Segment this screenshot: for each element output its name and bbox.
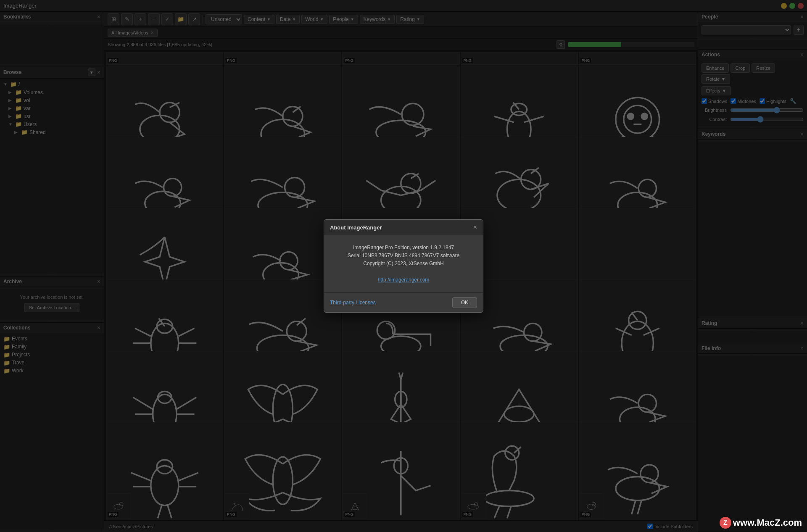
modal-close-button[interactable]: × — [473, 224, 477, 231]
about-modal: About ImageRanger × ImageRanger Pro Edit… — [324, 219, 483, 313]
modal-line1: ImageRanger Pro Edition, version 1.9.2.1… — [331, 244, 476, 252]
third-party-licenses-button[interactable]: Third-party Licenses — [330, 300, 376, 306]
watermark-icon: Z — [720, 517, 731, 529]
watermark-text: www.MacZ.com — [733, 517, 802, 528]
modal-website-link[interactable]: http://imageranger.com — [378, 277, 430, 283]
modal-body: ImageRanger Pro Edition, version 1.9.2.1… — [324, 235, 483, 292]
modal-ok-button[interactable]: OK — [452, 297, 477, 308]
watermark: Z www.MacZ.com — [720, 517, 802, 529]
modal-line2: Serial 10NP8 7867V BNJS 4894 7867V7 soft… — [331, 252, 476, 260]
modal-title: About ImageRanger — [330, 224, 382, 231]
modal-titlebar: About ImageRanger × — [324, 220, 483, 235]
modal-line3: Copyright (C) 2023, XtSense GmbH — [331, 260, 476, 268]
modal-footer: Third-party Licenses OK — [324, 292, 483, 312]
modal-overlay: About ImageRanger × ImageRanger Pro Edit… — [0, 0, 807, 532]
